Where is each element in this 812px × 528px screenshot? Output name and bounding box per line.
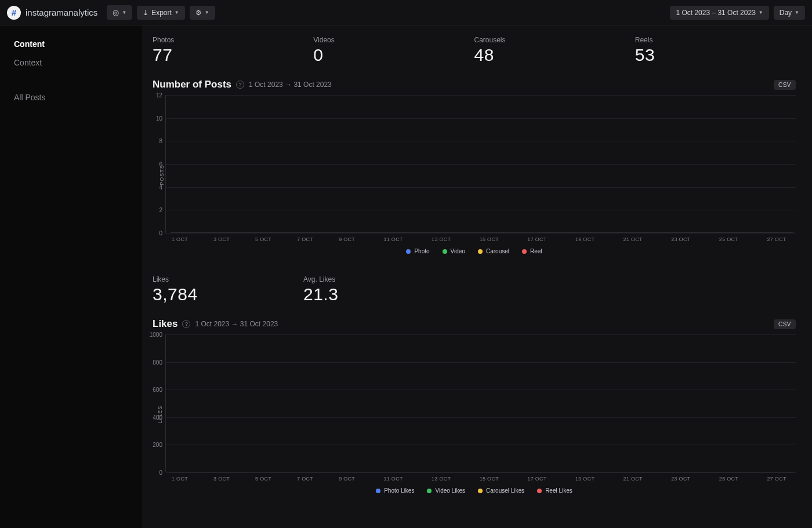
kpi-value: 53 [635,45,796,65]
likes-chart-title: Likes [153,318,177,330]
export-button[interactable]: ⤓ Export ▼ [137,6,185,20]
chevron-down-icon: ▼ [175,10,179,15]
legend-item-reel[interactable]: Reel [522,248,542,254]
kpi-photos: Photos 77 [153,36,313,65]
legend-dot-icon [537,489,542,493]
kpi-value: 3,784 [153,285,303,304]
x-tick: 3 OCT [213,476,230,482]
help-icon[interactable]: ? [236,81,244,89]
chevron-down-icon: ▼ [795,10,799,15]
account-selector[interactable]: ◎ ▼ [107,5,132,20]
kpi-reels: Reels 53 [635,36,796,65]
posts-xaxis: 1 OCT2 OCT3 OCT4 OCT5 OCT6 OCT7 OCT8 OCT… [170,236,793,242]
legend-dot-icon [376,489,380,493]
x-tick: 21 OCT [624,236,643,242]
x-tick: 23 OCT [671,236,690,242]
kpi-label: Reels [635,36,796,44]
settings-button[interactable]: ⚙ ▼ [190,6,215,20]
x-tick: 27 OCT [767,236,786,242]
x-tick: 3 OCT [213,236,230,242]
kpi-avg-likes: Avg. Likes 21.3 [303,275,796,304]
chevron-down-icon: ▼ [122,10,126,15]
x-tick: 19 OCT [575,476,594,482]
x-tick: 13 OCT [432,476,451,482]
x-tick: 11 OCT [383,476,403,482]
kpi-value: 48 [474,45,635,65]
x-tick: 17 OCT [527,236,546,242]
x-tick: 25 OCT [719,236,738,242]
posts-legend: Photo Video Carousel Reel [153,248,796,254]
x-tick: 1 OCT [172,476,188,482]
posts-chart-plot[interactable]: 024681012 [165,95,796,233]
x-tick: 9 OCT [339,236,355,242]
x-tick: 1 OCT [172,236,188,242]
legend-dot-icon [478,489,483,493]
x-tick: 7 OCT [297,476,313,482]
likes-legend: Photo Likes Video Likes Carousel Likes R… [153,487,796,494]
x-tick: 23 OCT [671,476,690,482]
brand-logo: # [7,6,21,20]
legend-item-video-likes[interactable]: Video Likes [427,487,465,494]
x-tick: 11 OCT [383,236,403,242]
x-tick: 5 OCT [255,236,271,242]
x-tick: 21 OCT [624,476,643,482]
posts-chart-range: 1 Oct 2023 → 31 Oct 2023 [249,81,332,89]
likes-chart-range: 1 Oct 2023 → 31 Oct 2023 [195,320,278,328]
x-tick: 13 OCT [432,236,451,242]
kpi-value: 21.3 [303,285,796,304]
likes-xaxis: 1 OCT2 OCT3 OCT4 OCT5 OCT6 OCT7 OCT8 OCT… [170,476,793,482]
x-tick: 15 OCT [480,236,499,242]
sidebar-item-context[interactable]: Context [0,53,142,72]
kpi-label: Photos [153,36,313,44]
likes-chart: LIKES 02004006008001000 1 OCT2 OCT3 OCT4… [153,334,796,494]
legend-dot-icon [478,249,483,254]
x-tick: 27 OCT [767,476,786,482]
date-range-picker[interactable]: 1 Oct 2023 – 31 Oct 2023 ▼ [670,6,768,20]
x-tick: 9 OCT [339,476,355,482]
likes-chart-plot[interactable]: 02004006008001000 [165,334,796,472]
granularity-label: Day [780,9,792,17]
likes-chart-header: Likes ? 1 Oct 2023 → 31 Oct 2023 CSV [153,318,796,330]
legend-item-carousel[interactable]: Carousel [478,248,509,254]
x-tick: 17 OCT [527,476,546,482]
export-icon: ⤓ [143,9,148,17]
legend-dot-icon [522,249,527,254]
legend-dot-icon [427,489,432,493]
kpi-label: Carousels [474,36,635,44]
legend-item-photo[interactable]: Photo [406,248,429,254]
kpi-label: Avg. Likes [303,275,796,283]
x-tick: 25 OCT [719,476,738,482]
legend-item-reel-likes[interactable]: Reel Likes [537,487,572,494]
kpi-likes: Likes 3,784 [153,275,303,304]
sidebar-item-all-posts[interactable]: All Posts [0,88,142,107]
gear-icon: ⚙ [195,9,202,17]
instagram-icon: ◎ [113,8,119,17]
kpi-row-posts: Photos 77 Videos 0 Carousels 48 Reels 53 [153,36,796,65]
legend-dot-icon [443,249,447,254]
legend-dot-icon [406,249,411,254]
chevron-down-icon: ▼ [205,10,209,15]
legend-item-video[interactable]: Video [443,248,465,254]
x-tick: 15 OCT [480,476,499,482]
sidebar: Content Context All Posts [0,26,142,528]
kpi-row-likes: Likes 3,784 Avg. Likes 21.3 [153,275,796,304]
sidebar-item-content[interactable]: Content [0,35,142,53]
x-tick: 19 OCT [575,236,594,242]
posts-export-csv-button[interactable]: CSV [774,80,796,90]
help-icon[interactable]: ? [182,320,190,328]
top-bar: # instagramanalytics ◎ ▼ ⤓ Export ▼ ⚙ ▼ … [0,0,812,26]
kpi-value: 77 [153,45,313,65]
brand-name: instagramanalytics [26,8,97,17]
granularity-selector[interactable]: Day ▼ [774,6,805,20]
kpi-videos: Videos 0 [313,36,474,65]
likes-export-csv-button[interactable]: CSV [774,319,796,329]
posts-yaxis-label: POSTS [159,165,165,185]
legend-item-carousel-likes[interactable]: Carousel Likes [478,487,524,494]
kpi-label: Likes [153,275,303,283]
kpi-value: 0 [313,45,474,65]
x-tick: 5 OCT [255,476,271,482]
export-label: Export [151,9,172,17]
x-tick: 7 OCT [297,236,313,242]
kpi-carousels: Carousels 48 [474,36,635,65]
legend-item-photo-likes[interactable]: Photo Likes [376,487,414,494]
